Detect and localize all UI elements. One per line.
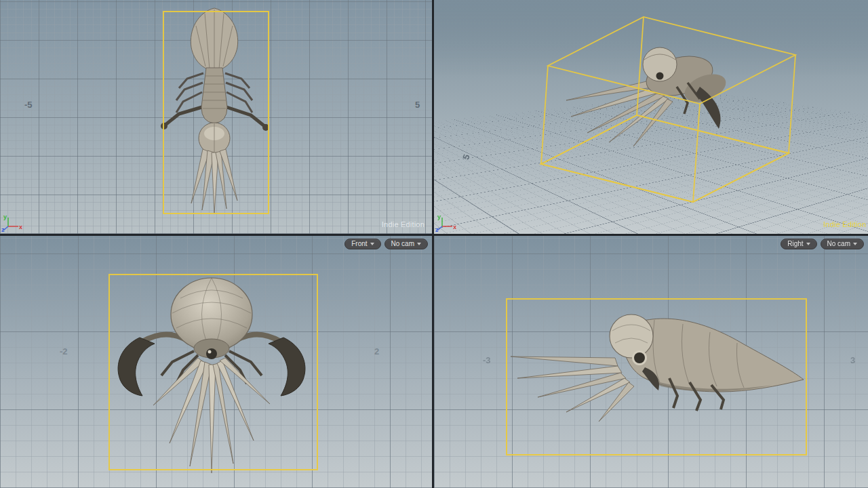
selection-bounding-box xyxy=(108,274,318,470)
chevron-down-icon xyxy=(806,243,810,245)
svg-text:z: z xyxy=(1,226,5,232)
chevron-down-icon xyxy=(370,243,374,245)
viewport-perspective-view[interactable]: 5 xyxy=(434,0,868,234)
svg-text:x: x xyxy=(453,224,456,230)
grid-coordinate-label: 2 xyxy=(374,346,379,357)
edition-watermark: Indie Edition xyxy=(823,220,866,228)
svg-text:y: y xyxy=(437,214,441,220)
svg-text:y: y xyxy=(3,214,7,220)
camera-menu-label: No cam xyxy=(391,239,414,249)
view-menu-label: Front xyxy=(351,239,367,249)
axis-orientation-gizmo: y x z xyxy=(435,212,457,232)
grid-coordinate-label: -3 xyxy=(483,355,491,365)
view-menu-label: Right xyxy=(787,239,803,249)
axis-orientation-gizmo: y x z xyxy=(1,212,23,232)
camera-menu-button[interactable]: No cam xyxy=(821,239,864,249)
viewport-right-view[interactable]: Right No cam -3 3 xyxy=(434,236,868,488)
creature-model-perspective xyxy=(434,0,868,234)
chevron-down-icon xyxy=(853,243,857,245)
camera-menu-button[interactable]: No cam xyxy=(384,239,428,249)
view-menu-button[interactable]: Front xyxy=(344,239,380,249)
viewport-front-view[interactable]: Front No cam -2 2 xyxy=(0,236,432,488)
selection-bounding-box xyxy=(506,298,807,455)
svg-text:z: z xyxy=(435,226,439,232)
grid-coordinate-label: -2 xyxy=(60,346,68,357)
chevron-down-icon xyxy=(417,243,421,245)
edition-watermark: Indie Edition xyxy=(382,220,425,228)
svg-text:x: x xyxy=(19,224,22,230)
camera-menu-label: No cam xyxy=(827,239,850,249)
selection-bounding-box xyxy=(163,11,269,214)
view-menu-button[interactable]: Right xyxy=(781,239,816,249)
grid-coordinate-label: 5 xyxy=(415,100,420,110)
viewport-top-view[interactable]: -5 5 xyxy=(0,0,432,234)
grid-coordinate-label: -5 xyxy=(24,100,33,110)
application-window: -5 5 xyxy=(0,0,868,488)
grid-coordinate-label: 3 xyxy=(850,355,855,365)
